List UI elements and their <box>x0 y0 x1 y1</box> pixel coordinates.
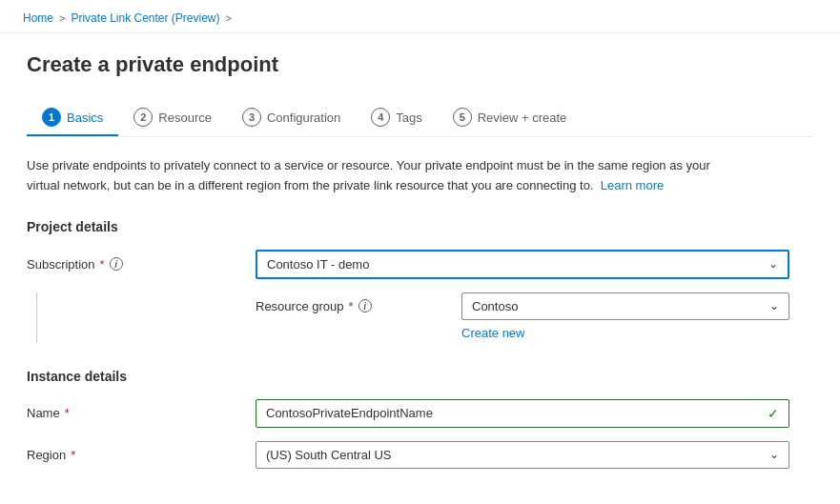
subscription-field: Contoso IT - demo ⌄ <box>256 250 789 279</box>
page-title: Create a private endpoint <box>27 52 813 77</box>
subscription-row: Subscription * i Contoso IT - demo ⌄ <box>27 250 813 279</box>
breadcrumb: Home > Private Link Center (Preview) > <box>0 0 840 33</box>
subscription-chevron-icon: ⌄ <box>768 257 778 271</box>
breadcrumb-sep1: > <box>59 12 65 24</box>
subscription-value: Contoso IT - demo <box>267 257 369 272</box>
region-chevron-icon: ⌄ <box>769 448 779 461</box>
project-details-section: Project details Subscription * i Contoso… <box>27 219 813 342</box>
resource-group-required: * <box>349 299 354 313</box>
region-field: (US) South Central US ⌄ <box>256 441 789 469</box>
name-row: Name * ContosoPrivateEndpointName ✓ <box>27 399 813 428</box>
name-field: ContosoPrivateEndpointName ✓ <box>256 399 789 428</box>
tab-basics-number: 1 <box>42 108 61 127</box>
subscription-info-icon[interactable]: i <box>110 257 123 271</box>
name-value: ContosoPrivateEndpointName <box>266 406 433 420</box>
resource-group-dropdown[interactable]: Contoso ⌄ <box>461 292 789 320</box>
tab-resource[interactable]: 2 Resource <box>118 100 227 136</box>
breadcrumb-sep2: > <box>226 12 232 24</box>
tab-review-create[interactable]: 5 Review + create <box>438 100 583 136</box>
resource-group-row: Resource group * i Contoso ⌄ <box>256 292 789 320</box>
tab-review-label: Review + create <box>478 111 567 125</box>
name-label: Name * <box>27 406 256 420</box>
tab-review-number: 5 <box>453 108 472 127</box>
region-dropdown[interactable]: (US) South Central US ⌄ <box>256 441 789 469</box>
create-new-link[interactable]: Create new <box>461 326 524 340</box>
region-label: Region * <box>27 448 256 462</box>
subscription-required: * <box>100 257 105 272</box>
tab-basics[interactable]: 1 Basics <box>27 100 118 136</box>
tab-resource-number: 2 <box>133 108 153 127</box>
page-content: Create a private endpoint 1 Basics 2 Res… <box>0 33 840 504</box>
subscription-label: Subscription * i <box>27 257 256 272</box>
tab-tags-label: Tags <box>396 111 421 125</box>
region-value: (US) South Central US <box>266 448 392 462</box>
description-text: Use private endpoints to privately conne… <box>27 156 742 196</box>
resource-group-chevron-icon: ⌄ <box>769 299 779 312</box>
project-details-title: Project details <box>27 219 813 234</box>
resource-group-info-icon[interactable]: i <box>359 299 372 312</box>
breadcrumb-home[interactable]: Home <box>23 11 53 25</box>
instance-details-section: Instance details Name * ContosoPrivateEn… <box>27 369 813 469</box>
tab-configuration-label: Configuration <box>267 111 340 125</box>
resource-group-field: Contoso ⌄ <box>461 292 789 320</box>
tab-tags[interactable]: 4 Tags <box>356 100 437 136</box>
name-input[interactable]: ContosoPrivateEndpointName ✓ <box>256 399 789 428</box>
tab-resource-label: Resource <box>158 111 212 125</box>
tab-tags-number: 4 <box>371 108 390 127</box>
subscription-dropdown[interactable]: Contoso IT - demo ⌄ <box>256 250 789 279</box>
tab-configuration[interactable]: 3 Configuration <box>227 100 356 136</box>
region-row: Region * (US) South Central US ⌄ <box>27 441 813 469</box>
name-check-icon: ✓ <box>768 406 779 421</box>
resource-group-label: Resource group * i <box>256 299 461 313</box>
resource-group-value: Contoso <box>472 299 518 313</box>
breadcrumb-private-link[interactable]: Private Link Center (Preview) <box>71 11 219 25</box>
learn-more-link[interactable]: Learn more <box>601 178 664 192</box>
name-required: * <box>65 406 70 420</box>
tabs-bar: 1 Basics 2 Resource 3 Configuration 4 Ta… <box>27 100 813 137</box>
region-required: * <box>71 448 75 462</box>
tab-configuration-number: 3 <box>242 108 261 127</box>
tab-basics-label: Basics <box>67 111 103 125</box>
instance-details-title: Instance details <box>27 369 813 384</box>
